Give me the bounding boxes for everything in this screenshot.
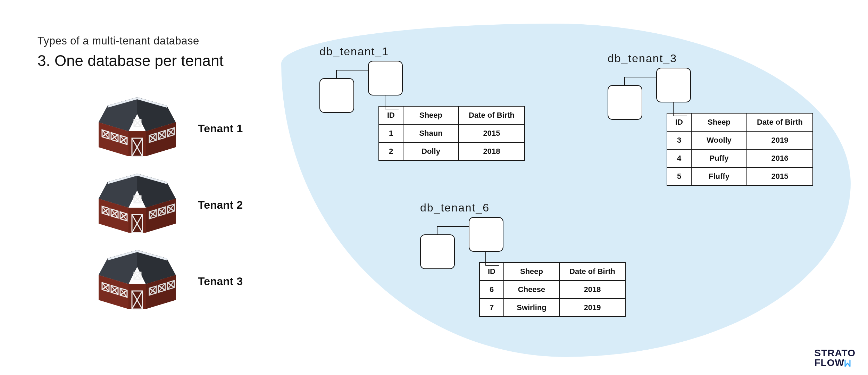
cell-dob: 2018 [459,142,525,160]
tenant-row-1: Tenant 1 [97,97,243,160]
cell-id: 7 [479,299,504,317]
table-row: 2 Dolly 2018 [379,142,525,160]
cell-sheep: Shaun [403,124,459,142]
cell-sheep: Swirling [504,299,559,317]
table-row: 3 Woolly 2019 [667,131,813,149]
cell-id: 6 [479,281,504,299]
table-row: 1 Shaun 2015 [379,124,525,142]
sheep-table: ID Sheep Date of Birth 3 Woolly 2019 4 P… [667,113,813,186]
cell-sheep: Puffy [691,149,747,167]
col-sheep: Sheep [691,113,747,131]
cell-dob: 2019 [747,131,813,149]
database-shape-icon [420,217,626,262]
diagram-title: 3. One database per tenant [37,52,224,69]
barn-icon [97,97,177,160]
database-name: db_tenant_1 [319,45,525,58]
brand-accent-icon [844,359,851,367]
barn-icon [97,174,177,236]
stratoflow-logo: STRATO FLOW [814,348,856,368]
cell-dob: 2019 [559,299,625,317]
table-row: 7 Swirling 2019 [479,299,625,317]
barn-icon [97,250,177,312]
table-row: 5 Fluffy 2015 [667,167,813,185]
col-sheep: Sheep [504,262,559,281]
brand-line2: FLOW [814,357,844,368]
sheep-table: ID Sheep Date of Birth 6 Cheese 2018 7 S… [479,262,626,317]
cell-sheep: Woolly [691,131,747,149]
cell-id: 5 [667,167,691,185]
database-shape-icon [319,61,525,106]
col-dob: Date of Birth [559,262,625,281]
database-name: db_tenant_6 [420,201,626,214]
brand-line1: STRATO [814,348,856,358]
tenant-label: Tenant 2 [198,199,243,211]
cell-dob: 2015 [459,124,525,142]
col-sheep: Sheep [403,106,459,124]
cell-id: 2 [379,142,403,160]
database-shape-icon [608,68,813,113]
cell-dob: 2015 [747,167,813,185]
cell-sheep: Cheese [504,281,559,299]
database-cluster-3: db_tenant_3 ID Sheep Date of Birth 3 Woo… [608,52,813,186]
col-dob: Date of Birth [459,106,525,124]
table-row: 4 Puffy 2016 [667,149,813,167]
table-header-row: ID Sheep Date of Birth [667,113,813,131]
database-cluster-1: db_tenant_1 ID Sheep Date of Birth 1 Sha… [319,45,525,161]
tenant-label: Tenant 3 [198,275,243,288]
cell-sheep: Fluffy [691,167,747,185]
table-header-row: ID Sheep Date of Birth [379,106,525,124]
cell-id: 1 [379,124,403,142]
cell-sheep: Dolly [403,142,459,160]
cell-dob: 2016 [747,149,813,167]
cell-id: 4 [667,149,691,167]
database-name: db_tenant_3 [608,52,813,65]
cell-id: 3 [667,131,691,149]
sheep-table: ID Sheep Date of Birth 1 Shaun 2015 2 Do… [378,106,525,161]
cell-dob: 2018 [559,281,625,299]
tenant-row-2: Tenant 2 [97,174,243,236]
tenant-row-3: Tenant 3 [97,250,243,312]
diagram-overtitle: Types of a multi-tenant database [37,35,199,47]
table-header-row: ID Sheep Date of Birth [479,262,625,281]
tenant-label: Tenant 1 [198,122,243,135]
col-dob: Date of Birth [747,113,813,131]
database-cluster-6: db_tenant_6 ID Sheep Date of Birth 6 Che… [420,201,626,317]
table-row: 6 Cheese 2018 [479,281,625,299]
